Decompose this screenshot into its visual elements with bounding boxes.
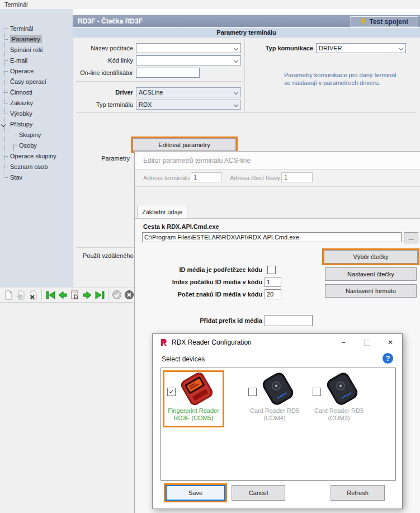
exe-path-label: Cesta k RDX.API.Cmd.exe (143, 223, 219, 230)
sidebar-item-cinnosti[interactable]: Činnosti (0, 87, 73, 98)
remote-access-label: Použít vzdáleného z (83, 252, 134, 259)
maximize-icon (364, 340, 370, 346)
delete-record-icon[interactable] (27, 289, 39, 301)
id-media-char-count-input[interactable]: 20 (265, 289, 281, 299)
sidebar-item-parametry[interactable]: Parametry (0, 34, 73, 45)
close-button[interactable]: ✕ (379, 334, 402, 351)
edit-record-icon[interactable] (15, 289, 27, 301)
sidebar-item-operace-skupiny[interactable]: Operace skupiny (0, 151, 73, 162)
sidebar-item-terminal[interactable]: Terminál (0, 23, 73, 34)
editor-address-row: Adresa terminálu 1 Adresa čtecí hlavy 1 (135, 170, 420, 187)
fingerprint-reader-image (177, 372, 217, 407)
read-head-address-input[interactable]: 1 (281, 172, 313, 182)
device-fingerprint-rd3f[interactable]: ✓ Fingerprint Reader RD3F (COM5) (163, 370, 224, 427)
driver-combo[interactable]: ACSLine (136, 87, 241, 97)
id-media-substring-label: ID média je podřetězec kódu (162, 266, 262, 273)
online-id-input[interactable] (136, 68, 200, 78)
rdx-dialog-title: RDX Reader Configuration (172, 338, 252, 346)
minimize-button[interactable]: – (332, 334, 355, 351)
terminal-type-combo[interactable]: RDX (136, 100, 241, 110)
id-media-start-index-input[interactable]: 1 (265, 277, 281, 287)
sidebar: Terminál Parametry Spínání relé E-mail O… (0, 9, 73, 287)
chevron-down-icon (234, 46, 238, 50)
menu-terminal[interactable]: Terminál (4, 1, 28, 8)
refresh-button[interactable]: Refresh (331, 485, 385, 501)
help-icon[interactable]: ? (383, 353, 393, 364)
card-reader-image (322, 372, 362, 407)
section-title: Parametry terminálu (73, 28, 420, 37)
sidebar-item-pristupy[interactable]: Přístupy (0, 119, 73, 130)
page-title-bar: RD3F - Čtečka RD3F Test spojení (73, 15, 420, 27)
id-media-char-count-label: Počet znaků ID média v kódu (150, 291, 262, 298)
device-checkbox[interactable] (313, 388, 321, 396)
test-connection-button[interactable]: Test spojení (350, 16, 418, 27)
reader-settings-button[interactable]: Nastavení čtečky (325, 267, 417, 281)
terminal-address-label: Adresa terminálu (143, 175, 190, 181)
line-code-combo[interactable] (136, 55, 241, 65)
cancel-record-icon[interactable] (123, 289, 135, 301)
sidebar-item-osoby[interactable]: Osoby (0, 140, 73, 151)
id-media-substring-checkbox[interactable] (267, 266, 276, 274)
device-card-rd5-com4[interactable]: Card Reader RD5 (COM4) (244, 370, 305, 427)
card-reader-image (258, 372, 298, 407)
format-settings-button[interactable]: Nastavení formátu (325, 284, 417, 298)
divider (76, 81, 242, 82)
chevron-down-icon (234, 90, 238, 95)
device-list: ✓ Fingerprint Reader RD3F (COM5) (161, 368, 396, 481)
prior-record-icon[interactable] (56, 289, 69, 301)
sidebar-item-operace[interactable]: Operace (0, 66, 73, 77)
device-checkbox[interactable] (248, 388, 257, 396)
chevron-down-icon (234, 102, 238, 107)
lightning-icon (360, 18, 366, 25)
edit-parameters-button[interactable]: Editovat parametry (133, 138, 236, 151)
id-media-start-index-label: Index počátku ID média v kódu (150, 279, 262, 285)
terminal-type-label: Typ terminálu (73, 101, 133, 108)
communication-type-label: Typ komunikace (249, 45, 313, 51)
device-card-rd5-com3[interactable]: Card Reader RD5 (COM3) (308, 370, 370, 427)
media-prefix-input[interactable] (265, 315, 313, 326)
sidebar-item-skupiny[interactable]: Skupiny (0, 130, 73, 140)
refresh-record-icon[interactable] (69, 289, 81, 301)
computer-name-combo[interactable] (136, 43, 241, 53)
driver-label: Driver (73, 89, 133, 96)
save-button[interactable]: Save (166, 485, 225, 501)
menubar: Terminál (0, 0, 420, 10)
first-record-icon[interactable] (44, 289, 56, 301)
next-record-icon[interactable] (81, 289, 93, 301)
new-record-icon[interactable] (2, 289, 15, 301)
post-record-icon[interactable] (111, 289, 123, 301)
sidebar-item-stav[interactable]: Stav (0, 172, 73, 183)
chevron-down-icon (234, 58, 238, 63)
browse-button[interactable]: ... (404, 232, 418, 243)
sidebar-item-spinani-rele[interactable]: Spínání relé (0, 45, 73, 55)
sidebar-tree: Terminál Parametry Spínání relé E-mail O… (0, 23, 73, 183)
communication-type-combo[interactable]: DRIVER (316, 43, 406, 53)
sidebar-item-casy-operaci[interactable]: Časy operací (0, 77, 73, 87)
app-icon (159, 338, 168, 347)
chevron-down-icon[interactable] (1, 123, 6, 127)
toolbar-separator (41, 289, 42, 300)
rdx-dialog-titlebar[interactable]: RDX Reader Configuration – ✕ (153, 334, 402, 351)
select-devices-label: Select devices (162, 355, 205, 363)
select-reader-button[interactable]: Výběr čtečky (324, 250, 418, 263)
exe-path-input[interactable]: C:\Program Files\ESTELAR\RDX\API\RDX.API… (142, 232, 402, 242)
sidebar-item-vyrobky[interactable]: Výrobky (0, 109, 73, 119)
device-checkbox[interactable]: ✓ (167, 388, 176, 396)
divider (76, 112, 416, 113)
sidebar-item-seznam-osob[interactable]: Seznam osob (0, 162, 73, 172)
cancel-button[interactable]: Cancel (232, 485, 285, 501)
online-id-label: On-line identifikátor (73, 69, 133, 76)
toolbar-separator (108, 289, 108, 300)
test-connection-label: Test spojení (369, 18, 408, 26)
sidebar-item-email[interactable]: E-mail (0, 55, 73, 66)
last-record-icon[interactable] (93, 289, 106, 301)
read-head-address-label: Adresa čtecí hlavy (230, 175, 280, 181)
terminal-address-input[interactable]: 1 (191, 172, 222, 182)
computer-name-label: Název počítače (73, 45, 133, 51)
tab-zakladni-udaje[interactable]: Základní údaje (137, 205, 187, 219)
rdx-reader-configuration-dialog: RDX Reader Configuration – ✕ Select devi… (152, 333, 403, 509)
page-title: RD3F - Čtečka RD3F (78, 17, 143, 25)
sidebar-item-zakazky[interactable]: Zakázky (0, 98, 73, 109)
divider-vertical (244, 39, 245, 112)
maximize-button (355, 334, 379, 351)
